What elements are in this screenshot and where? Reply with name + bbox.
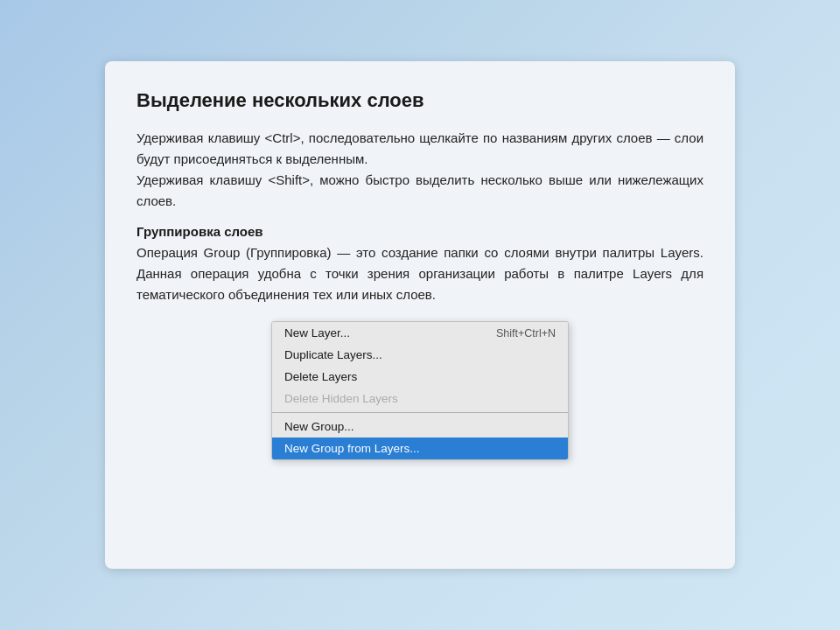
page-title: Выделение нескольких слоев	[136, 89, 704, 112]
menu-item-label: Delete Layers	[284, 370, 357, 383]
menu-separator	[272, 412, 568, 413]
menu-item-new-group[interactable]: New Group...	[272, 416, 568, 438]
menu-item-new-group-from-layers[interactable]: New Group from Layers...	[272, 438, 568, 459]
menu-item-delete-layers[interactable]: Delete Layers	[272, 366, 568, 388]
menu-item-new-layer[interactable]: New Layer... Shift+Ctrl+N	[272, 322, 568, 344]
menu-item-label: New Group...	[284, 420, 354, 433]
paragraph-1: Удерживая клавишу <Ctrl>, последовательн…	[136, 128, 704, 212]
section-title: Группировка слоев	[136, 224, 704, 239]
context-menu: New Layer... Shift+Ctrl+N Duplicate Laye…	[271, 321, 569, 460]
menu-item-label: New Layer...	[284, 326, 350, 340]
menu-item-label: Duplicate Layers...	[284, 348, 382, 361]
menu-container: New Layer... Shift+Ctrl+N Duplicate Laye…	[136, 321, 704, 460]
menu-item-duplicate-layers[interactable]: Duplicate Layers...	[272, 344, 568, 366]
menu-item-delete-hidden-layers: Delete Hidden Layers	[272, 388, 568, 410]
menu-item-label: Delete Hidden Layers	[284, 392, 398, 405]
main-card: Выделение нескольких слоев Удерживая кла…	[105, 61, 735, 569]
menu-item-shortcut: Shift+Ctrl+N	[496, 327, 556, 340]
paragraph-2: Операция Group (Группировка) — это созда…	[136, 242, 704, 305]
menu-item-label: New Group from Layers...	[284, 442, 420, 455]
